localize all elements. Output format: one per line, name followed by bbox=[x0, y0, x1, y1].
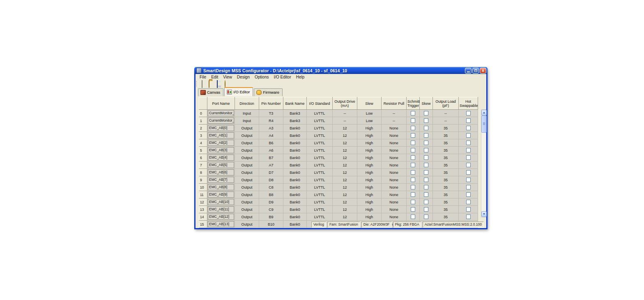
slew-cell[interactable]: High bbox=[357, 125, 382, 132]
menu-io-editor[interactable]: I/O Editor bbox=[271, 75, 293, 79]
skew-checkbox[interactable] bbox=[424, 178, 428, 182]
row-number-cell[interactable]: 9 bbox=[199, 176, 207, 184]
resistor-pull-cell[interactable]: None bbox=[382, 162, 407, 169]
bank-name-cell[interactable]: Bank0 bbox=[283, 132, 307, 139]
skew-checkbox[interactable] bbox=[424, 133, 428, 138]
output-load-cell[interactable]: 35 bbox=[433, 125, 459, 132]
schmitt-trigger-checkbox-cell[interactable] bbox=[407, 206, 420, 213]
skew-checkbox-cell[interactable] bbox=[420, 147, 433, 154]
schmitt-trigger-checkbox-cell[interactable] bbox=[407, 110, 420, 117]
schmitt-trigger-checkbox[interactable] bbox=[411, 200, 415, 204]
port-name-cell[interactable]: EMC_AB[3] bbox=[207, 147, 235, 154]
skew-checkbox-cell[interactable] bbox=[420, 176, 433, 184]
col-header-pin-number[interactable]: Pin Number bbox=[259, 97, 283, 110]
bank-name-cell[interactable]: Bank0 bbox=[283, 198, 307, 206]
schmitt-trigger-checkbox[interactable] bbox=[411, 170, 415, 175]
direction-cell[interactable]: Output bbox=[235, 169, 259, 176]
port-name-value[interactable]: EMC_AB[11] bbox=[208, 206, 234, 212]
bank-name-cell[interactable]: Bank0 bbox=[283, 125, 307, 132]
bank-name-cell[interactable]: Bank0 bbox=[283, 154, 307, 162]
output-drive-cell[interactable]: 12 bbox=[333, 198, 357, 206]
resistor-pull-cell[interactable]: None bbox=[382, 139, 407, 147]
pin-number-cell[interactable]: B6 bbox=[259, 139, 283, 147]
skew-checkbox-cell[interactable] bbox=[420, 125, 433, 132]
direction-cell[interactable]: Output bbox=[235, 162, 259, 169]
bank-name-cell[interactable]: Bank0 bbox=[283, 162, 307, 169]
io-standard-cell[interactable]: LVTTL bbox=[307, 213, 333, 221]
skew-checkbox-cell[interactable] bbox=[420, 184, 433, 191]
direction-cell[interactable]: Output bbox=[235, 125, 259, 132]
port-name-cell[interactable]: CurrentMonitor_0 bbox=[207, 117, 235, 125]
close-button[interactable]: x bbox=[480, 68, 486, 74]
output-load-cell[interactable]: 35 bbox=[433, 154, 459, 162]
skew-checkbox[interactable] bbox=[424, 148, 428, 152]
io-standard-cell[interactable]: LVTTL bbox=[307, 139, 333, 147]
output-drive-cell[interactable]: 12 bbox=[333, 169, 357, 176]
hot-swappable-checkbox[interactable] bbox=[466, 133, 471, 138]
row-number-cell[interactable]: 8 bbox=[199, 169, 207, 176]
hot-swappable-checkbox[interactable] bbox=[466, 163, 471, 167]
port-name-value[interactable]: EMC_AB[7] bbox=[208, 177, 234, 183]
output-drive-cell[interactable]: 12 bbox=[333, 162, 357, 169]
schmitt-trigger-checkbox[interactable] bbox=[411, 126, 415, 130]
pin-number-cell[interactable]: D7 bbox=[259, 169, 283, 176]
col-header-hot-swappable[interactable]: Hot Swappable bbox=[459, 97, 478, 110]
hot-swappable-checkbox[interactable] bbox=[466, 200, 471, 204]
slew-cell[interactable]: High bbox=[357, 169, 382, 176]
schmitt-trigger-checkbox-cell[interactable] bbox=[407, 132, 420, 139]
io-standard-cell[interactable]: LVTTL bbox=[307, 169, 333, 176]
resistor-pull-cell[interactable]: -- bbox=[382, 110, 407, 117]
direction-cell[interactable]: Output bbox=[235, 221, 259, 228]
output-drive-cell[interactable]: 12 bbox=[333, 147, 357, 154]
direction-cell[interactable]: Output bbox=[235, 213, 259, 221]
port-name-cell[interactable]: EMC_AB[10] bbox=[207, 198, 235, 206]
title-bar[interactable]: SmartDesign MSS Configurator - D:\Actelp… bbox=[194, 67, 488, 74]
io-standard-cell[interactable]: LVTTL bbox=[307, 162, 333, 169]
direction-cell[interactable]: Output bbox=[235, 154, 259, 162]
skew-checkbox-cell[interactable] bbox=[420, 206, 433, 213]
output-load-cell[interactable]: -- bbox=[433, 110, 459, 117]
direction-cell[interactable]: Output bbox=[235, 198, 259, 206]
hot-swappable-checkbox-cell[interactable] bbox=[459, 139, 478, 147]
port-name-value[interactable]: EMC_AB[6] bbox=[208, 169, 234, 175]
output-drive-cell[interactable]: -- bbox=[333, 117, 357, 125]
new-file-button[interactable] bbox=[201, 81, 207, 87]
port-name-value[interactable]: EMC_AB[0] bbox=[208, 125, 234, 131]
port-name-value[interactable]: EMC_AB[5] bbox=[208, 162, 234, 168]
direction-cell[interactable]: Output bbox=[235, 206, 259, 213]
schmitt-trigger-checkbox-cell[interactable] bbox=[407, 169, 420, 176]
pin-number-cell[interactable]: A6 bbox=[259, 147, 283, 154]
hot-swappable-checkbox[interactable] bbox=[466, 111, 471, 115]
skew-checkbox[interactable] bbox=[424, 163, 428, 167]
skew-checkbox-cell[interactable] bbox=[420, 198, 433, 206]
port-name-cell[interactable]: EMC_AB[13] bbox=[207, 221, 235, 228]
io-standard-cell[interactable]: LVTTL bbox=[307, 184, 333, 191]
output-load-cell[interactable]: 35 bbox=[433, 184, 459, 191]
slew-cell[interactable]: High bbox=[357, 139, 382, 147]
port-name-value[interactable]: CurrentMonitor_0 bbox=[208, 118, 234, 124]
scrollbar-thumb[interactable] bbox=[481, 115, 487, 133]
col-header-schmitt-trigger[interactable]: Schmitt Trigger bbox=[407, 97, 420, 110]
hot-swappable-checkbox-cell[interactable] bbox=[459, 117, 478, 125]
port-name-cell[interactable]: EMC_AB[6] bbox=[207, 169, 235, 176]
slew-cell[interactable]: Low bbox=[357, 110, 382, 117]
skew-checkbox[interactable] bbox=[424, 170, 428, 175]
hot-swappable-checkbox-cell[interactable] bbox=[459, 147, 478, 154]
port-name-cell[interactable]: EMC_AB[9] bbox=[207, 191, 235, 198]
row-number-cell[interactable]: 14 bbox=[199, 213, 207, 221]
tab-canvas[interactable]: Canvas bbox=[198, 88, 223, 96]
pin-number-cell[interactable]: B7 bbox=[259, 154, 283, 162]
port-name-cell[interactable]: EMC_AB[5] bbox=[207, 162, 235, 169]
slew-cell[interactable]: Low bbox=[357, 117, 382, 125]
schmitt-trigger-checkbox-cell[interactable] bbox=[407, 213, 420, 221]
slew-cell[interactable]: High bbox=[357, 132, 382, 139]
slew-cell[interactable]: High bbox=[357, 147, 382, 154]
menu-design[interactable]: Design bbox=[235, 75, 252, 79]
port-name-cell[interactable]: EMC_AB[12] bbox=[207, 213, 235, 221]
schmitt-trigger-checkbox[interactable] bbox=[411, 111, 415, 115]
io-standard-cell[interactable]: LVTTL bbox=[307, 125, 333, 132]
skew-checkbox-cell[interactable] bbox=[420, 191, 433, 198]
schmitt-trigger-checkbox-cell[interactable] bbox=[407, 125, 420, 132]
bank-name-cell[interactable]: Bank0 bbox=[283, 169, 307, 176]
skew-checkbox-cell[interactable] bbox=[420, 117, 433, 125]
